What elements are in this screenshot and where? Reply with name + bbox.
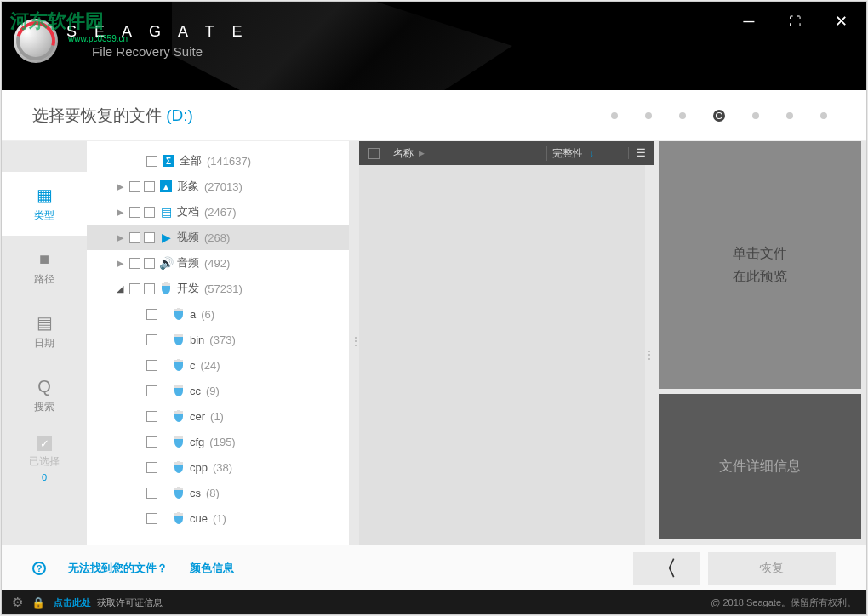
sidebar-tab-path[interactable]: ■ 路径 xyxy=(2,236,87,299)
tree-row-all[interactable]: Σ 全部 (141637) xyxy=(87,148,349,174)
checkbox[interactable] xyxy=(146,436,157,448)
column-name[interactable]: 名称 ▶ xyxy=(388,146,546,161)
checkbox[interactable] xyxy=(146,513,157,524)
checkbox[interactable] xyxy=(144,181,155,192)
recover-button[interactable]: 恢复 xyxy=(708,552,836,585)
flask-icon xyxy=(173,436,185,448)
checkbox[interactable] xyxy=(146,411,157,422)
column-integrity[interactable]: 完整性 ↓ xyxy=(546,146,628,161)
tree-row-child[interactable]: cfg (195) xyxy=(87,429,349,454)
checkbox[interactable] xyxy=(129,232,140,243)
lock-icon[interactable]: 🔒 xyxy=(31,596,45,609)
checkbox[interactable] xyxy=(146,360,157,371)
tree-row-child[interactable]: cpp (38) xyxy=(87,454,349,480)
step-7[interactable] xyxy=(820,112,827,119)
flask-icon xyxy=(173,410,185,422)
settings-icon[interactable]: ⚙ xyxy=(12,595,23,610)
checkbox[interactable] xyxy=(146,462,157,473)
watermark-text: 河东软件园 xyxy=(10,9,104,34)
tree-row-child[interactable]: a (6) xyxy=(87,301,349,327)
tree-label: cs xyxy=(190,487,201,499)
step-1[interactable] xyxy=(611,112,618,119)
expand-icon[interactable]: ▶ xyxy=(114,232,126,243)
tree-row-child[interactable]: cc (9) xyxy=(87,378,349,403)
checkbox[interactable] xyxy=(146,156,157,167)
step-5[interactable] xyxy=(752,112,759,119)
flask-icon xyxy=(173,308,185,320)
collapse-icon[interactable]: ◢ xyxy=(114,283,126,294)
tree-row-video[interactable]: ▶ ▶ 视频 (268) xyxy=(87,225,349,250)
sidebar-tab-date[interactable]: ▤ 日期 xyxy=(2,299,87,363)
expand-icon[interactable]: ▶ xyxy=(114,207,126,218)
checkbox[interactable] xyxy=(146,385,157,396)
copyright: @ 2018 Seagate。保留所有权利。 xyxy=(711,596,856,609)
back-button[interactable]: 〈 xyxy=(633,552,700,585)
wizard-steps xyxy=(611,110,836,122)
step-6[interactable] xyxy=(786,112,793,119)
list-menu-button[interactable]: ☰ xyxy=(628,147,654,159)
tree-label: c xyxy=(190,359,196,372)
tree-count: (1) xyxy=(210,410,224,423)
checkbox[interactable] xyxy=(146,309,157,320)
sidebar-tab-selected[interactable]: ✓ 已选择 0 xyxy=(2,427,87,491)
tree-row-audio[interactable]: ▶ 🔊 音频 (492) xyxy=(87,250,349,276)
splitter-2[interactable]: ⋮ xyxy=(645,165,654,545)
checkbox[interactable] xyxy=(129,258,140,269)
tree-count: (195) xyxy=(209,436,235,448)
sidebar-tab-type[interactable]: ▦ 类型 xyxy=(2,172,87,236)
tree-count: (141637) xyxy=(207,155,251,168)
checkbox[interactable] xyxy=(129,283,140,294)
tree-row-child[interactable]: cer (1) xyxy=(87,403,349,429)
click-here-link[interactable]: 点击此处 xyxy=(54,597,91,607)
step-4-active[interactable] xyxy=(713,110,725,122)
tree-count: (27013) xyxy=(204,180,243,193)
tree-row-dev[interactable]: ◢ 开发 (57231) xyxy=(87,276,349,301)
tree-row-child[interactable]: cue (1) xyxy=(87,505,349,531)
grid-icon: ▦ xyxy=(37,185,53,205)
tree-row-image[interactable]: ▶ ▲ 形象 (27013) xyxy=(87,174,349,199)
license-msg: 获取许可证信息 xyxy=(97,597,163,607)
tree-row-child[interactable]: bin (373) xyxy=(87,327,349,352)
expand-icon[interactable]: ▶ xyxy=(114,258,126,269)
maximize-button[interactable]: ⛶ xyxy=(779,9,810,34)
close-button[interactable]: ✕ xyxy=(825,9,856,34)
tree-row-child[interactable]: c (24) xyxy=(87,352,349,378)
drive-letter: (D:) xyxy=(166,106,193,124)
checkbox[interactable] xyxy=(129,207,140,218)
tree-count: (24) xyxy=(201,359,220,372)
file-list: 名称 ▶ 完整性 ↓ ☰ ⋮ xyxy=(359,141,654,545)
expand-icon[interactable]: ▶ xyxy=(114,181,126,192)
tree-count: (268) xyxy=(204,231,230,244)
details-label: 文件详细信息 xyxy=(719,458,801,476)
splitter-1[interactable] xyxy=(349,141,359,545)
step-3[interactable] xyxy=(679,112,686,119)
checkbox[interactable] xyxy=(146,334,157,345)
sidebar-tab-label: 已选择 xyxy=(29,454,60,469)
tree-count: (373) xyxy=(209,334,235,346)
tree-count: (492) xyxy=(204,257,230,270)
tree-row-doc[interactable]: ▶ ▤ 文档 (2467) xyxy=(87,199,349,225)
checkbox[interactable] xyxy=(129,181,140,192)
color-info-link[interactable]: 颜色信息 xyxy=(190,561,234,576)
checkbox[interactable] xyxy=(144,258,155,269)
tree-label: 文档 xyxy=(177,204,199,220)
column-label: 完整性 xyxy=(552,146,583,161)
tree-count: (6) xyxy=(201,308,214,321)
tree-count: (38) xyxy=(213,461,232,474)
select-all-checkbox[interactable] xyxy=(359,148,388,159)
cant-find-link[interactable]: 无法找到您的文件？ xyxy=(68,561,168,576)
tree-row-child[interactable]: cs (8) xyxy=(87,480,349,505)
tree-count: (2467) xyxy=(204,206,237,219)
step-2[interactable] xyxy=(645,112,652,119)
minimize-button[interactable]: ─ xyxy=(734,9,764,34)
sidebar-tab-search[interactable]: Q 搜索 xyxy=(2,363,87,427)
flask-icon xyxy=(173,512,185,524)
tree-label: cue xyxy=(190,512,208,525)
checkbox[interactable] xyxy=(144,283,155,294)
selected-count: 0 xyxy=(42,472,47,482)
checkbox[interactable] xyxy=(146,488,157,499)
tree-label: 视频 xyxy=(177,230,199,245)
checkbox[interactable] xyxy=(144,232,155,243)
help-icon[interactable]: ? xyxy=(32,562,46,575)
checkbox[interactable] xyxy=(144,207,155,218)
